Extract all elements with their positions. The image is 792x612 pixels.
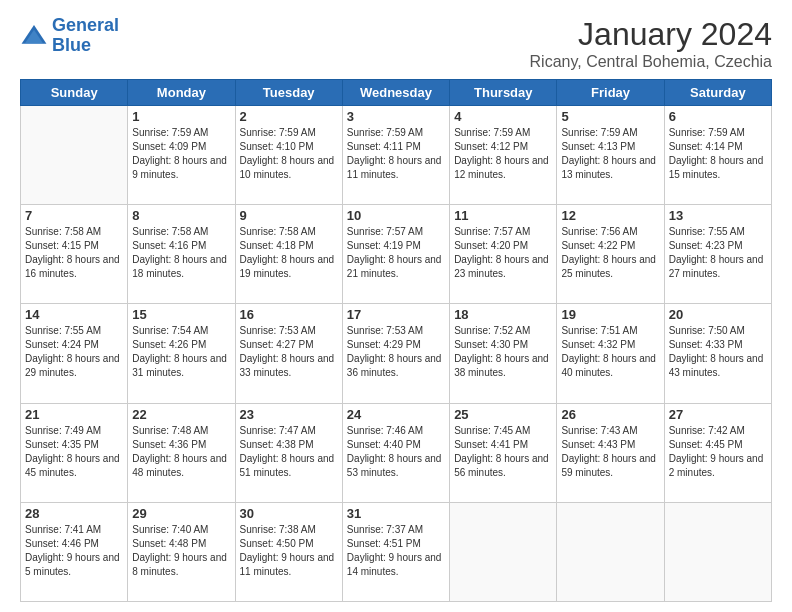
calendar-day-cell: 6 Sunrise: 7:59 AM Sunset: 4:14 PM Dayli… — [664, 106, 771, 205]
day-number: 6 — [669, 109, 767, 124]
day-number: 2 — [240, 109, 338, 124]
day-number: 9 — [240, 208, 338, 223]
day-number: 20 — [669, 307, 767, 322]
calendar-day-cell: 16 Sunrise: 7:53 AM Sunset: 4:27 PM Dayl… — [235, 304, 342, 403]
calendar-day-cell: 26 Sunrise: 7:43 AM Sunset: 4:43 PM Dayl… — [557, 403, 664, 502]
location: Ricany, Central Bohemia, Czechia — [530, 53, 772, 71]
day-number: 10 — [347, 208, 445, 223]
calendar-day-cell: 4 Sunrise: 7:59 AM Sunset: 4:12 PM Dayli… — [450, 106, 557, 205]
calendar-day-cell: 21 Sunrise: 7:49 AM Sunset: 4:35 PM Dayl… — [21, 403, 128, 502]
calendar-day-cell: 11 Sunrise: 7:57 AM Sunset: 4:20 PM Dayl… — [450, 205, 557, 304]
weekday-header: Saturday — [664, 80, 771, 106]
day-number: 29 — [132, 506, 230, 521]
calendar-week-row: 21 Sunrise: 7:49 AM Sunset: 4:35 PM Dayl… — [21, 403, 772, 502]
day-number: 7 — [25, 208, 123, 223]
calendar-day-cell: 2 Sunrise: 7:59 AM Sunset: 4:10 PM Dayli… — [235, 106, 342, 205]
day-number: 13 — [669, 208, 767, 223]
day-info: Sunrise: 7:48 AM Sunset: 4:36 PM Dayligh… — [132, 424, 230, 480]
day-info: Sunrise: 7:58 AM Sunset: 4:18 PM Dayligh… — [240, 225, 338, 281]
day-info: Sunrise: 7:59 AM Sunset: 4:14 PM Dayligh… — [669, 126, 767, 182]
title-area: January 2024 Ricany, Central Bohemia, Cz… — [530, 16, 772, 71]
day-info: Sunrise: 7:58 AM Sunset: 4:15 PM Dayligh… — [25, 225, 123, 281]
day-info: Sunrise: 7:57 AM Sunset: 4:20 PM Dayligh… — [454, 225, 552, 281]
day-number: 22 — [132, 407, 230, 422]
logo-text: General Blue — [52, 16, 119, 56]
day-info: Sunrise: 7:38 AM Sunset: 4:50 PM Dayligh… — [240, 523, 338, 579]
weekday-header: Friday — [557, 80, 664, 106]
day-info: Sunrise: 7:56 AM Sunset: 4:22 PM Dayligh… — [561, 225, 659, 281]
calendar-day-cell: 10 Sunrise: 7:57 AM Sunset: 4:19 PM Dayl… — [342, 205, 449, 304]
calendar-week-row: 7 Sunrise: 7:58 AM Sunset: 4:15 PM Dayli… — [21, 205, 772, 304]
day-number: 19 — [561, 307, 659, 322]
header: General Blue January 2024 Ricany, Centra… — [20, 16, 772, 71]
logo: General Blue — [20, 16, 119, 56]
calendar-day-cell: 12 Sunrise: 7:56 AM Sunset: 4:22 PM Dayl… — [557, 205, 664, 304]
calendar-day-cell: 1 Sunrise: 7:59 AM Sunset: 4:09 PM Dayli… — [128, 106, 235, 205]
calendar-day-cell — [557, 502, 664, 601]
day-info: Sunrise: 7:45 AM Sunset: 4:41 PM Dayligh… — [454, 424, 552, 480]
day-info: Sunrise: 7:42 AM Sunset: 4:45 PM Dayligh… — [669, 424, 767, 480]
calendar-day-cell: 25 Sunrise: 7:45 AM Sunset: 4:41 PM Dayl… — [450, 403, 557, 502]
day-info: Sunrise: 7:37 AM Sunset: 4:51 PM Dayligh… — [347, 523, 445, 579]
day-info: Sunrise: 7:50 AM Sunset: 4:33 PM Dayligh… — [669, 324, 767, 380]
day-info: Sunrise: 7:59 AM Sunset: 4:13 PM Dayligh… — [561, 126, 659, 182]
day-number: 14 — [25, 307, 123, 322]
day-number: 25 — [454, 407, 552, 422]
day-info: Sunrise: 7:52 AM Sunset: 4:30 PM Dayligh… — [454, 324, 552, 380]
day-number: 21 — [25, 407, 123, 422]
day-number: 27 — [669, 407, 767, 422]
day-info: Sunrise: 7:43 AM Sunset: 4:43 PM Dayligh… — [561, 424, 659, 480]
day-info: Sunrise: 7:49 AM Sunset: 4:35 PM Dayligh… — [25, 424, 123, 480]
calendar-day-cell: 28 Sunrise: 7:41 AM Sunset: 4:46 PM Dayl… — [21, 502, 128, 601]
weekday-header: Sunday — [21, 80, 128, 106]
day-info: Sunrise: 7:59 AM Sunset: 4:11 PM Dayligh… — [347, 126, 445, 182]
calendar-day-cell: 29 Sunrise: 7:40 AM Sunset: 4:48 PM Dayl… — [128, 502, 235, 601]
calendar-day-cell: 7 Sunrise: 7:58 AM Sunset: 4:15 PM Dayli… — [21, 205, 128, 304]
day-info: Sunrise: 7:51 AM Sunset: 4:32 PM Dayligh… — [561, 324, 659, 380]
weekday-header: Thursday — [450, 80, 557, 106]
calendar-day-cell: 3 Sunrise: 7:59 AM Sunset: 4:11 PM Dayli… — [342, 106, 449, 205]
day-number: 16 — [240, 307, 338, 322]
day-info: Sunrise: 7:59 AM Sunset: 4:10 PM Dayligh… — [240, 126, 338, 182]
calendar-day-cell: 22 Sunrise: 7:48 AM Sunset: 4:36 PM Dayl… — [128, 403, 235, 502]
calendar-day-cell: 17 Sunrise: 7:53 AM Sunset: 4:29 PM Dayl… — [342, 304, 449, 403]
day-number: 12 — [561, 208, 659, 223]
day-number: 8 — [132, 208, 230, 223]
day-info: Sunrise: 7:55 AM Sunset: 4:23 PM Dayligh… — [669, 225, 767, 281]
day-info: Sunrise: 7:59 AM Sunset: 4:12 PM Dayligh… — [454, 126, 552, 182]
calendar-week-row: 28 Sunrise: 7:41 AM Sunset: 4:46 PM Dayl… — [21, 502, 772, 601]
day-info: Sunrise: 7:59 AM Sunset: 4:09 PM Dayligh… — [132, 126, 230, 182]
logo-line1: General — [52, 15, 119, 35]
calendar-day-cell: 30 Sunrise: 7:38 AM Sunset: 4:50 PM Dayl… — [235, 502, 342, 601]
calendar-week-row: 14 Sunrise: 7:55 AM Sunset: 4:24 PM Dayl… — [21, 304, 772, 403]
day-number: 5 — [561, 109, 659, 124]
calendar-day-cell — [450, 502, 557, 601]
day-info: Sunrise: 7:57 AM Sunset: 4:19 PM Dayligh… — [347, 225, 445, 281]
logo-line2: Blue — [52, 35, 91, 55]
calendar-day-cell: 27 Sunrise: 7:42 AM Sunset: 4:45 PM Dayl… — [664, 403, 771, 502]
calendar-table: SundayMondayTuesdayWednesdayThursdayFrid… — [20, 79, 772, 602]
day-number: 4 — [454, 109, 552, 124]
page: General Blue January 2024 Ricany, Centra… — [0, 0, 792, 612]
calendar-header-row: SundayMondayTuesdayWednesdayThursdayFrid… — [21, 80, 772, 106]
day-number: 31 — [347, 506, 445, 521]
day-number: 26 — [561, 407, 659, 422]
day-number: 1 — [132, 109, 230, 124]
calendar-day-cell: 31 Sunrise: 7:37 AM Sunset: 4:51 PM Dayl… — [342, 502, 449, 601]
weekday-header: Monday — [128, 80, 235, 106]
calendar-day-cell: 9 Sunrise: 7:58 AM Sunset: 4:18 PM Dayli… — [235, 205, 342, 304]
calendar-day-cell — [21, 106, 128, 205]
month-title: January 2024 — [530, 16, 772, 53]
calendar-day-cell: 5 Sunrise: 7:59 AM Sunset: 4:13 PM Dayli… — [557, 106, 664, 205]
calendar-day-cell: 19 Sunrise: 7:51 AM Sunset: 4:32 PM Dayl… — [557, 304, 664, 403]
calendar-day-cell: 23 Sunrise: 7:47 AM Sunset: 4:38 PM Dayl… — [235, 403, 342, 502]
day-info: Sunrise: 7:53 AM Sunset: 4:27 PM Dayligh… — [240, 324, 338, 380]
day-info: Sunrise: 7:55 AM Sunset: 4:24 PM Dayligh… — [25, 324, 123, 380]
calendar-day-cell: 18 Sunrise: 7:52 AM Sunset: 4:30 PM Dayl… — [450, 304, 557, 403]
day-info: Sunrise: 7:47 AM Sunset: 4:38 PM Dayligh… — [240, 424, 338, 480]
weekday-header: Wednesday — [342, 80, 449, 106]
day-info: Sunrise: 7:54 AM Sunset: 4:26 PM Dayligh… — [132, 324, 230, 380]
calendar-day-cell: 8 Sunrise: 7:58 AM Sunset: 4:16 PM Dayli… — [128, 205, 235, 304]
calendar-day-cell: 15 Sunrise: 7:54 AM Sunset: 4:26 PM Dayl… — [128, 304, 235, 403]
calendar-week-row: 1 Sunrise: 7:59 AM Sunset: 4:09 PM Dayli… — [21, 106, 772, 205]
